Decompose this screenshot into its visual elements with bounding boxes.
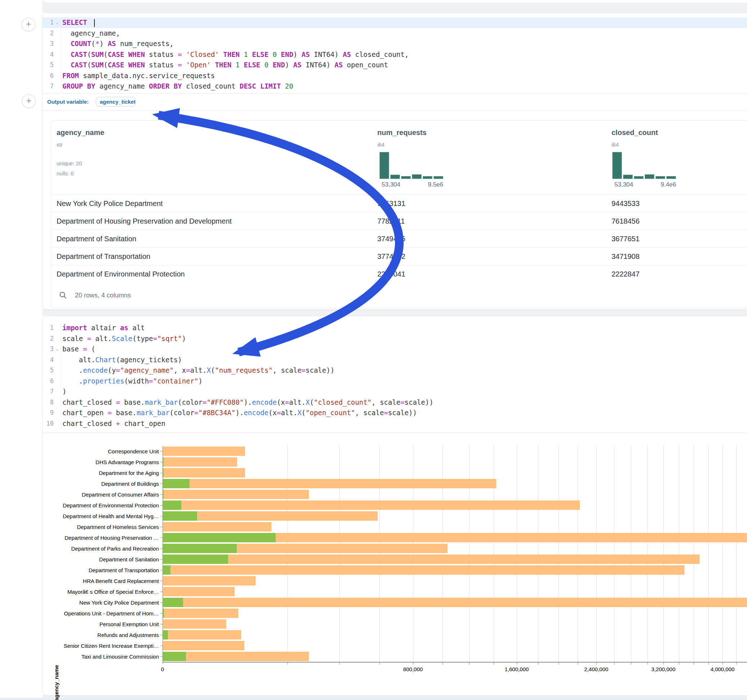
fold-chevron-icon[interactable]: ⌄ [54,17,60,28]
token: = [186,366,190,374]
table-row[interactable]: Department of Environmental Protection22… [51,265,747,283]
bar-closed [163,598,747,607]
code-line: 8chart_closed = base.mark_bar(color="#FF… [42,397,747,408]
column-header[interactable]: agency_name [57,128,104,137]
token: scale)) [388,409,417,416]
bar-closed [163,457,237,467]
token: scale)) [405,398,434,406]
code-text: CAST(SUM(CASE WHEN status = 'Closed' THE… [61,49,409,60]
category-label: Operations Unit - Department of Hom… [47,611,159,616]
token: 0 [265,61,268,69]
x-tick [517,662,517,665]
category-label: HRA Benefit Card Replacement [47,578,159,584]
token [256,82,260,90]
token: ( [310,398,313,406]
token: ( [103,61,107,69]
gridline [287,446,288,662]
token: Chart [95,356,116,364]
category-label: Department of Environmental Protection [47,503,159,508]
token: , scale [355,409,384,416]
token: scale [62,335,87,342]
token: AS [334,61,343,69]
x-tick [287,662,288,665]
add-cell-button-2[interactable]: + [22,94,36,108]
token: ) [293,50,302,58]
category-label: DHS Advantage Programs [47,459,159,465]
gutter: 7 [42,81,61,92]
gridline [469,446,470,662]
table-cell: New York City Police Department [57,195,163,213]
table-cell: 2240041 [377,266,405,283]
token: X [305,398,310,406]
category-label: Department of Homeless Services [47,524,159,530]
token: CASE [108,61,124,69]
token: "container" [153,377,198,385]
token: = [203,398,207,406]
token: status [145,50,178,58]
category-label: New York City Police Department [47,600,159,605]
column-header[interactable]: num_requests [377,128,426,137]
category-label: Department of Transportation [47,567,159,573]
code-line: 7) [42,386,747,397]
column-header[interactable]: closed_count [611,128,658,137]
code-text: chart_open = base.mark_bar(color="#8BC34… [61,407,417,418]
token: = [83,345,87,353]
token [124,61,128,69]
token: "#8BC34A" [198,409,236,416]
output-variable-chip[interactable]: agency_tickets [96,97,136,107]
table-row[interactable]: Department of Transportation377489234719… [51,247,747,266]
table-cell: Department of Sanitation [57,230,136,248]
line-number: 3 [42,344,54,355]
token: "open_count" [305,409,355,416]
code-text: .properties(width="container") [61,376,203,387]
code-text: .encode(y="agency_name", x=alt.X("num_re… [61,365,334,376]
gutter: 8 [42,397,61,408]
gutter: 3 [42,39,61,49]
histogram-max-label: 9.4e6 [647,181,676,188]
token: , x [174,366,186,374]
sql-editor[interactable]: 1⌄SELECT 2 agency_name,3 COUNT(*) AS num… [42,17,747,92]
histogram-bar [401,176,411,179]
category-label: Senior Citizen Rent Increase Exempti… [47,643,159,649]
x-tick [469,662,470,665]
token [182,61,186,69]
code-line: 9chart_open = base.mark_bar(color="#8BC3… [42,407,747,418]
column-type: i64 [377,142,384,148]
bar-closed [163,468,245,477]
gridline [517,446,517,662]
token [219,50,223,58]
token: END [273,61,285,69]
output-variable-label: Output variable: [47,99,89,105]
bar-open [163,511,197,520]
table-cell: 3749485 [377,230,405,248]
token [277,50,281,58]
table-row[interactable]: New York City Police Department945313194… [51,195,747,213]
token: CASE [108,50,124,58]
code-text: CAST(SUM(CASE WHEN status = 'Open' THEN … [61,60,388,71]
bar-open [163,533,276,542]
token [182,50,186,58]
x-tick [538,662,538,665]
bar-closed [163,447,245,456]
token: * [95,39,100,48]
token: BY [87,82,95,90]
line-number: 7 [42,386,54,397]
code-line: 2scale = alt.Scale(type="sqrt") [42,333,747,344]
token: agency_name [95,82,149,90]
dataframe-footer: 20 rows, 4 columns [51,283,747,308]
python-editor[interactable]: 1import altair as alt2scale = alt.Scale(… [42,323,747,429]
token [268,61,272,69]
table-row[interactable]: Department of Sanitation37494853677651 [51,230,747,248]
token: 1 [236,61,240,69]
token: alt. [289,398,305,406]
token: = [87,335,91,342]
bar-closed [163,501,580,510]
search-icon[interactable] [59,291,67,299]
output-variable-row: Output variable: agency_tickets [42,93,747,110]
fold-chevron-icon[interactable]: ⌄ [54,344,60,355]
code-line: 10chart_closed + chart_open [42,418,747,429]
table-row[interactable]: Department of Housing Preservation and D… [51,212,747,230]
add-cell-button-1[interactable]: + [22,18,35,31]
bar-open [163,501,181,510]
token: AS [293,61,302,69]
